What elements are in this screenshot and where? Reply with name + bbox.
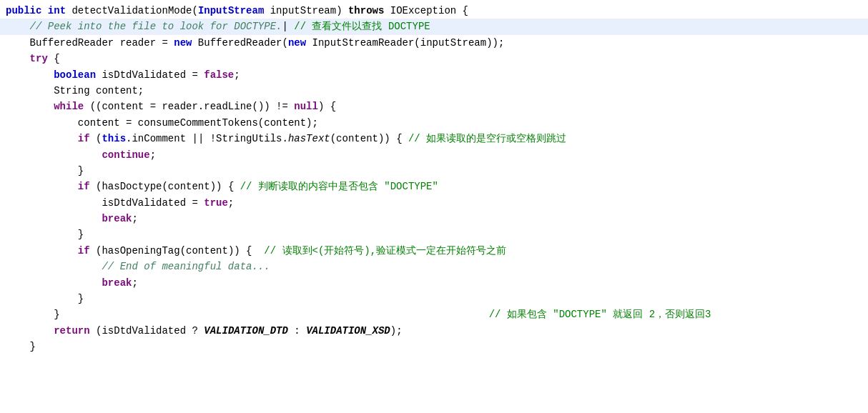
- code-line: }: [0, 227, 868, 242]
- code-line: if (this.inComment || !StringUtils.hasTe…: [0, 131, 868, 146]
- code-line-highlighted: // Peek into the file to look for DOCTYP…: [0, 19, 868, 34]
- code-line: while ((content = reader.readLine()) != …: [0, 99, 868, 114]
- code-line: try {: [0, 51, 868, 66]
- code-line: if (hasOpeningTag(content)) { // 读取到<(开始…: [0, 243, 868, 259]
- code-line: }: [0, 291, 868, 307]
- code-container: public int detectValidationMode(InputStr…: [0, 0, 868, 358]
- code-line: break;: [0, 275, 868, 291]
- code-line: content = consumeCommentTokens(content);: [0, 115, 868, 131]
- code-line: isDtdValidated = true;: [0, 195, 868, 211]
- code-line: boolean isDtdValidated = false;: [0, 67, 868, 83]
- code-line: // End of meaningful data...: [0, 259, 868, 274]
- code-line: }: [0, 339, 868, 354]
- code-line: String content;: [0, 83, 868, 99]
- code-line: if (hasDoctype(content)) { // 判断读取的内容中是否…: [0, 179, 868, 194]
- code-line: public int detectValidationMode(InputStr…: [0, 3, 868, 19]
- code-line: }: [0, 163, 868, 179]
- code-line: BufferedReader reader = new BufferedRead…: [0, 35, 868, 51]
- code-line: }// 如果包含 "DOCTYPE" 就返回 2，否则返回3: [0, 307, 868, 322]
- code-line: break;: [0, 211, 868, 227]
- code-line: return (isDtdValidated ? VALIDATION_DTD …: [0, 323, 868, 339]
- code-line: continue;: [0, 147, 868, 163]
